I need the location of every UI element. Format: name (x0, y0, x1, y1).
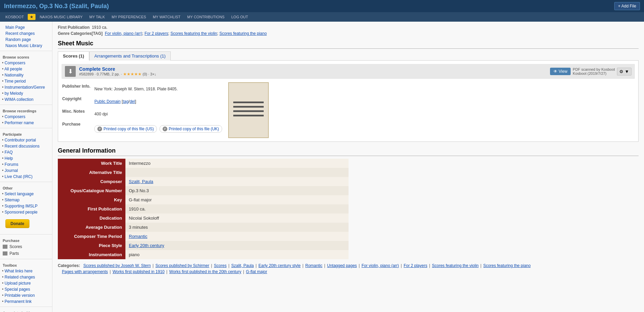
nav-contributions[interactable]: MY CONTRIBUTIONS (185, 14, 227, 20)
sidebar-item-contributor-portal[interactable]: Contributor portal (0, 137, 52, 143)
sidebar-item-performer-name[interactable]: Performer name (0, 120, 52, 126)
time-period-link[interactable]: Romantic (129, 234, 147, 239)
genre-link-1[interactable]: For violin, piano (arr) (105, 31, 142, 36)
nav-watchlist[interactable]: MY WATCHLIST (150, 14, 183, 20)
purchase-uk-button[interactable]: P Printed copy of this file (UK) (160, 125, 222, 133)
sidebar-item-main-page[interactable]: Main Page (0, 24, 52, 30)
add-file-button[interactable]: + Add File (614, 2, 640, 10)
nav-logout[interactable]: LOG OUT (229, 14, 251, 20)
cat-link-violin-scores[interactable]: Scores featuring the violin (432, 263, 479, 268)
sidebar-item-sitemap[interactable]: Sitemap (0, 197, 52, 203)
score-rating-count: (0) · 3×↓ (143, 72, 157, 76)
nav-kosboot[interactable]: KOSBOOT (3, 14, 26, 20)
sidebar-item-recent-changes[interactable]: Recent changes (0, 30, 52, 37)
sidebar-item-forums[interactable]: Forums (0, 161, 52, 168)
copyright-link[interactable]: Public Domain (94, 99, 120, 104)
cat-link-violin-piano[interactable]: For violin, piano (arr) (361, 263, 399, 268)
piece-style-link[interactable]: Early 20th century (129, 243, 164, 248)
purchase-value: P Printed copy of this file (US) P Print… (94, 121, 222, 137)
info-row-time-period: Composer Time Period Romantic (58, 232, 349, 241)
sidebar-item-recent-discussions[interactable]: Recent discussions (0, 143, 52, 149)
donate-button[interactable]: Donate (5, 219, 29, 228)
sidebar-item-what-links[interactable]: What links here (0, 268, 52, 274)
sheet-thumbnail[interactable] (228, 82, 269, 138)
purchase-scores[interactable]: Scores (0, 243, 52, 250)
sidebar-item-random-page[interactable]: Random page (0, 37, 52, 43)
info-label-composer: Composer (58, 177, 125, 186)
del-link[interactable]: del (129, 99, 135, 104)
sidebar-item-live-chat[interactable]: Live Chat (IRC) (0, 174, 52, 180)
associated-with-title: Associated with (0, 309, 52, 312)
cat-link-1910[interactable]: Works first published in 1910 (113, 269, 165, 274)
pdf-scanned-by: PDF scanned by Kosboot (573, 67, 615, 71)
sidebar-item-permanent-link[interactable]: Permanent link (0, 298, 52, 305)
cat-link-g-flat-major[interactable]: G-flat major (246, 269, 267, 274)
genre-link-4[interactable]: Scores featuring the piano (219, 31, 267, 36)
nav-library[interactable]: NAXOS MUSIC LIBRARY (37, 14, 85, 20)
sheet-music-title: Sheet Music (58, 40, 639, 49)
composer-link[interactable]: Szalit, Paula (71, 3, 107, 9)
sidebar-item-special-pages[interactable]: Special pages (0, 286, 52, 292)
cat-link-untagged[interactable]: Untagged pages (327, 263, 357, 268)
sidebar-item-time-period[interactable]: Time period (0, 78, 52, 84)
nav-star[interactable]: ★ (28, 14, 35, 20)
sidebar-item-printable[interactable]: Printable version (0, 292, 52, 298)
tab-arrangements[interactable]: Arrangements and Transcriptions (1) (89, 51, 171, 61)
sidebar-item-instrumentation[interactable]: Instrumentation/Genre (0, 84, 52, 90)
general-info-title: General Information (58, 147, 639, 156)
sidebar-item-composers[interactable]: Composers (0, 60, 52, 66)
purchase-title: Purchase (0, 237, 52, 243)
purchase-parts[interactable]: Parts (0, 250, 52, 257)
info-row-first-pub: First Publication 1910 ca. (58, 204, 349, 214)
purchase-scores-label: Scores (9, 244, 22, 249)
cat-link-early-20th[interactable]: Early 20th century style (258, 263, 301, 268)
sidebar-item-sponsored[interactable]: Sponsored people (0, 209, 52, 215)
sidebar-item-supporting[interactable]: Supporting IMSLP (0, 203, 52, 209)
cat-link-szalit[interactable]: Szalit, Paula (231, 263, 254, 268)
cat-link-schirmer[interactable]: Scores published by Schirmer (156, 263, 209, 268)
genre-link-2[interactable]: For 2 players (145, 31, 168, 36)
nav-talk[interactable]: MY TALK (87, 14, 108, 20)
cat-link-joseph-stern[interactable]: Scores published by Joseph W. Stern (83, 263, 150, 268)
info-label-opus: Opus/Catalogue Number (58, 186, 125, 195)
publisher-value: New York: Joseph W. Stern, 1918. Plate 8… (94, 83, 222, 95)
sidebar-item-nationality[interactable]: Nationality (0, 72, 52, 78)
sidebar-item-rec-composers[interactable]: Composers (0, 114, 52, 120)
cat-link-20th-century[interactable]: Works first published in the 20th centur… (169, 269, 241, 274)
nav-bar: KOSBOOT ★ NAXOS MUSIC LIBRARY MY TALK MY… (0, 12, 644, 22)
sidebar-item-naxos[interactable]: Naxos Music Library (0, 43, 52, 49)
info-label-instrumentation: Instrumentation (58, 250, 125, 259)
info-value-alt-title (125, 168, 349, 177)
genre-link-3[interactable]: Scores featuring the violin (170, 31, 217, 36)
tag-link[interactable]: tag (123, 99, 128, 104)
sheet-lines-group-1 (232, 102, 265, 103)
sidebar-item-select-language[interactable]: Select language (0, 191, 52, 197)
sidebar-item-wima[interactable]: WIMA collection (0, 96, 52, 103)
composer-value-link[interactable]: Szalit, Paula (129, 179, 153, 184)
sidebar-item-all-people[interactable]: All people (0, 66, 52, 72)
info-row-piece-style: Piece Style Early 20th century (58, 241, 349, 250)
cat-link-scores[interactable]: Scores (214, 263, 226, 268)
info-row-opus: Opus/Catalogue Number Op.3 No.3 (58, 186, 349, 195)
cat-link-romantic[interactable]: Romantic (305, 263, 323, 268)
sidebar-item-by-melody[interactable]: by Melody (0, 90, 52, 96)
download-icon[interactable]: ⬇ (65, 66, 76, 77)
eye-icon: 👁 (553, 69, 557, 74)
cat-link-arrangements[interactable]: Pages with arrangements (62, 269, 108, 274)
tab-scores[interactable]: Scores (1) (58, 51, 89, 61)
sidebar-item-related-changes[interactable]: Related changes (0, 274, 52, 280)
info-row-instrumentation: Instrumentation piano (58, 250, 349, 259)
nav-prefs[interactable]: MY PREFERENCES (109, 14, 149, 20)
sidebar-item-faq[interactable]: FAQ (0, 149, 52, 155)
view-label: View (559, 69, 568, 74)
sidebar-item-journal[interactable]: Journal (0, 168, 52, 174)
sidebar-item-help[interactable]: Help (0, 155, 52, 161)
sidebar: Main Page Recent changes Random page Nax… (0, 22, 52, 312)
cat-link-piano-scores[interactable]: Scores featuring the piano (483, 263, 531, 268)
gear-button[interactable]: ⚙ ▼ (617, 68, 631, 75)
cat-link-2-players[interactable]: For 2 players (404, 263, 427, 268)
purchase-us-button[interactable]: P Printed copy of this file (US) (94, 125, 157, 133)
sidebar-item-upload-picture[interactable]: Upload picture (0, 280, 52, 286)
view-button[interactable]: 👁 View (550, 68, 571, 75)
score-title[interactable]: Complete Score (79, 66, 156, 72)
